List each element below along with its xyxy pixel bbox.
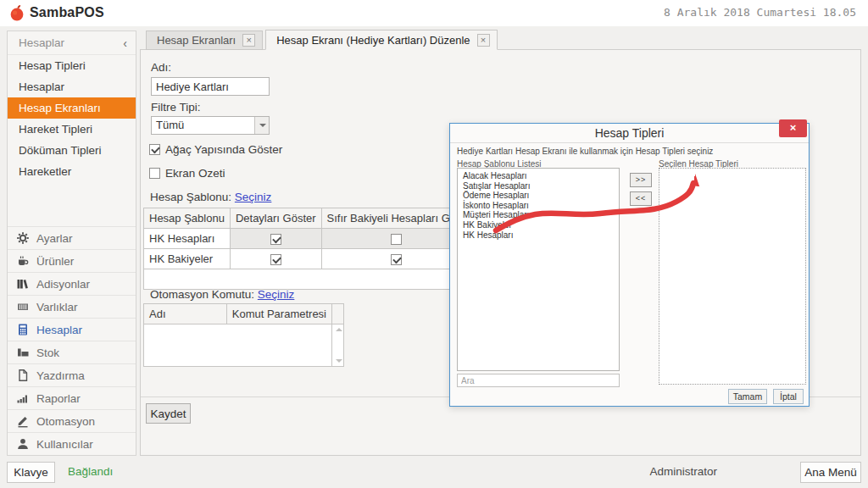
col-adi[interactable]: Adı [144, 304, 227, 324]
hide-zero-checkbox[interactable] [391, 234, 402, 245]
brand-name: SambaPOS [30, 5, 104, 20]
calculator-icon [16, 323, 30, 336]
sidebar-item-dokuman-tipleri[interactable]: Döküman Tipleri [8, 140, 136, 161]
name-label: Adı: [151, 61, 171, 74]
tree-view-checkbox[interactable] [149, 144, 160, 155]
show-details-checkbox[interactable] [270, 254, 281, 265]
scroll-up-icon[interactable] [336, 328, 342, 331]
search-input[interactable] [457, 374, 620, 387]
move-right-button[interactable]: >> [630, 173, 652, 187]
module-label: Varlıklar [36, 301, 78, 313]
main-menu-button[interactable]: Ana Menü [800, 462, 861, 483]
name-input[interactable] [151, 77, 270, 96]
scroll-down-icon[interactable] [336, 359, 342, 363]
save-button[interactable]: Kaydet [146, 403, 191, 424]
col-detaylari-goster[interactable]: Detayları Göster [230, 208, 321, 229]
module-label: Hesaplar [36, 324, 82, 336]
cell-template-name[interactable]: HK Bakiyeler [144, 249, 231, 269]
module-yazdirma[interactable]: Yazdırma [8, 363, 136, 386]
module-varliklar[interactable]: Varlıklar [8, 295, 136, 318]
tree-view-checkbox-row[interactable]: Ağaç Yapısında Göster [149, 143, 282, 156]
sidebar-item-hesap-ekranlari[interactable]: Hesap Ekranları [8, 97, 136, 119]
module-hesaplar[interactable]: Hesaplar [8, 318, 136, 341]
gear-icon [16, 231, 30, 245]
module-adisyonlar[interactable]: Adisyonlar [8, 272, 136, 295]
show-details-checkbox[interactable] [270, 234, 281, 245]
keyboard-button[interactable]: Klavye [7, 462, 55, 483]
list-item[interactable]: Alacak Hesapları [458, 171, 619, 181]
list-item[interactable]: Ödeme Hesapları [458, 191, 619, 201]
table-empty-body [144, 324, 344, 367]
boxes-icon [16, 346, 30, 359]
books-icon [16, 277, 30, 291]
close-icon: × [790, 121, 797, 134]
module-otomasyon[interactable]: Otomasyon [8, 409, 136, 432]
tab-close-icon[interactable]: × [477, 34, 490, 47]
module-nav: Ayarlar Ürünler Adisyonlar Varlıklar Hes… [8, 226, 136, 455]
tab-label: Hesap Ekranı (Hediye Kartları) Düzenle [276, 34, 470, 47]
list-item[interactable]: Müşteri Hesapları [458, 210, 619, 220]
module-kullanicilar[interactable]: Kullanıcılar [8, 432, 136, 455]
cabinet-icon [16, 300, 30, 313]
table-row[interactable]: HK Hesapları [144, 229, 472, 249]
screen-summary-label: Ekran Ozeti [165, 167, 225, 180]
list-item[interactable]: Satışlar Hesapları [458, 181, 619, 191]
screen-summary-checkbox-row[interactable]: Ekran Ozeti [149, 167, 225, 180]
sidebar-item-hesap-tipleri[interactable]: Hesap Tipleri [8, 55, 136, 76]
ok-button[interactable]: Tamam [728, 389, 767, 404]
module-urunler[interactable]: Ürünler [8, 249, 136, 272]
move-left-button[interactable]: << [630, 191, 652, 206]
account-template-select-link[interactable]: Seçiniz [235, 191, 272, 203]
hide-zero-checkbox[interactable] [391, 254, 402, 265]
screen-summary-checkbox[interactable] [149, 168, 160, 179]
cell-show-details[interactable] [230, 229, 321, 249]
account-template-label: Hesap Şablonu: [150, 191, 231, 203]
account-type-list[interactable]: Alacak Hesapları Satışlar Hesapları Ödem… [457, 168, 620, 371]
selected-account-types-list[interactable] [659, 168, 806, 385]
list-item[interactable]: HK Bakiyeler [458, 220, 619, 230]
tab-close-icon[interactable]: × [242, 34, 255, 47]
module-stok[interactable]: Stok [8, 341, 136, 363]
list-item[interactable]: İskonto Hesapları [458, 201, 619, 211]
account-template-table: Hesap Şablonu Detayları Göster Sıfır Bak… [143, 208, 472, 290]
dialog-close-button[interactable]: × [779, 119, 807, 137]
sidebar-header: Hesaplar ‹ [8, 31, 136, 55]
filter-type-select[interactable]: Tümü [151, 116, 270, 135]
cell-template-name[interactable]: HK Hesapları [144, 229, 231, 249]
col-komut-parametresi[interactable]: Komut Parametresi [226, 304, 331, 324]
automation-command-select-link[interactable]: Seçiniz [258, 288, 295, 301]
table-scrollbar[interactable] [332, 304, 344, 324]
sidebar: Hesaplar ‹ Hesap Tipleri Hesaplar Hesap … [7, 30, 136, 456]
tab-hesap-ekranlari[interactable]: Hesap Ekranları × [146, 30, 263, 50]
table-header-row: Adı Komut Parametresi [144, 304, 344, 324]
col-hesap-sablonu[interactable]: Hesap Şablonu [144, 208, 231, 229]
automation-command-label: Otomasyon Komutu: [150, 288, 254, 301]
account-template-row: Hesap Şablonu: Seçiniz [150, 191, 271, 203]
tab-label: Hesap Ekranları [157, 34, 236, 47]
app-logo: SambaPOS [8, 4, 104, 21]
bar-chart-icon [16, 391, 30, 405]
hesap-tipleri-dialog: Hesap Tipleri × Hediye Kartları Hesap Ek… [449, 123, 810, 407]
module-label: Kullanıcılar [36, 438, 93, 451]
sambapos-apple-icon [8, 4, 25, 21]
sidebar-item-hareket-tipleri[interactable]: Hareket Tipleri [8, 119, 136, 140]
module-raporlar[interactable]: Raporlar [8, 386, 136, 409]
table-row[interactable]: HK Bakiyeler [144, 249, 472, 269]
sidebar-item-hesaplar[interactable]: Hesaplar [8, 76, 136, 97]
list-item[interactable]: HK Hesapları [458, 230, 619, 241]
automation-command-table: Adı Komut Parametresi [143, 303, 344, 367]
pencil-icon [16, 414, 30, 428]
module-label: Yazdırma [36, 369, 85, 382]
filter-type-label: Filtre Tipi: [151, 101, 201, 114]
sidebar-item-hareketler[interactable]: Hareketler [8, 161, 136, 182]
table-scrollbar[interactable] [332, 324, 344, 367]
connection-status: Bağlandı [68, 465, 113, 478]
chevron-down-icon[interactable] [254, 117, 269, 134]
module-label: Ürünler [36, 255, 74, 268]
cell-show-details[interactable] [230, 249, 321, 269]
logged-in-user: Administrator [649, 465, 717, 478]
cancel-button[interactable]: İptal [773, 389, 804, 404]
collapse-icon[interactable]: ‹ [123, 36, 127, 50]
tab-hesap-ekrani-duzenle[interactable]: Hesap Ekranı (Hediye Kartları) Düzenle × [265, 30, 497, 50]
module-ayarlar[interactable]: Ayarlar [8, 226, 136, 249]
